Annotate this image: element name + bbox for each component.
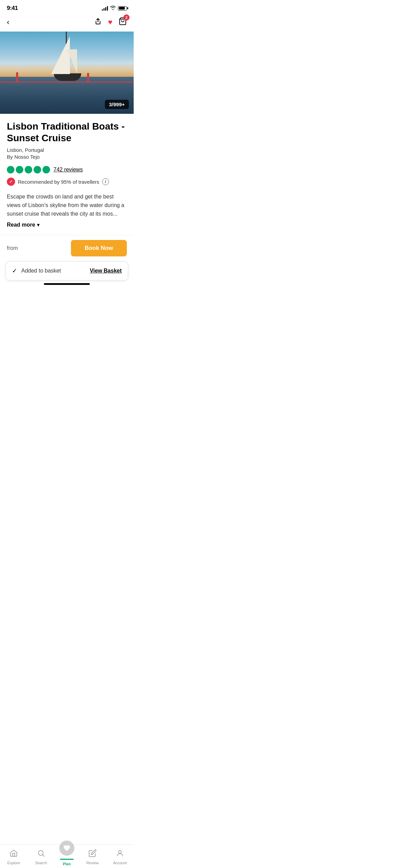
share-button[interactable] <box>94 17 102 27</box>
nav-actions: ♥ 2 <box>94 17 127 27</box>
rating-dot-1 <box>7 166 14 173</box>
rating-dots <box>7 166 50 173</box>
book-button[interactable]: Book Now <box>71 240 127 256</box>
rating-dot-4 <box>34 166 41 173</box>
hero-image: 3/999+ <box>0 32 134 114</box>
cart-button[interactable]: 2 <box>119 17 127 27</box>
info-icon[interactable]: i <box>102 178 109 185</box>
product-provider: By Nosso Tejo <box>7 154 127 160</box>
excellence-badge: ✓ <box>7 178 15 186</box>
read-more-button[interactable]: Read more ▾ <box>7 222 127 228</box>
product-title: Lisbon Traditional Boats - Sunset Cruise <box>7 121 127 144</box>
product-location: Lisbon, Portugal <box>7 147 127 153</box>
cart-badge: 2 <box>123 14 130 21</box>
rating-dot-5 <box>42 166 50 173</box>
basket-toast-message: Added to basket <box>21 268 61 274</box>
status-time: 9:41 <box>7 5 18 12</box>
signal-icon <box>102 6 108 11</box>
reviews-row: 742 reviews <box>7 166 127 173</box>
status-icons <box>102 5 127 11</box>
price-section: from Book Now <box>0 235 134 261</box>
product-description: Escape the crowds on land and get the be… <box>7 193 127 218</box>
status-bar: 9:41 <box>0 0 134 14</box>
wifi-icon <box>110 5 116 11</box>
reviews-link[interactable]: 742 reviews <box>53 167 83 173</box>
basket-toast: ✓ Added to basket View Basket <box>5 261 128 280</box>
recommended-text: Recommended by 95% of travellers <box>18 179 99 185</box>
back-button[interactable]: ‹ <box>7 18 19 27</box>
sailboat-decoration <box>47 32 88 81</box>
rating-dot-3 <box>25 166 32 173</box>
product-content: Lisbon Traditional Boats - Sunset Cruise… <box>0 114 134 228</box>
basket-toast-left: ✓ Added to basket <box>12 267 61 275</box>
home-indicator <box>44 283 90 285</box>
price-from-label: from <box>7 245 18 251</box>
view-basket-link[interactable]: View Basket <box>90 268 122 274</box>
recommended-row: ✓ Recommended by 95% of travellers i <box>7 178 127 186</box>
rating-dot-2 <box>16 166 23 173</box>
image-counter[interactable]: 3/999+ <box>105 100 129 109</box>
battery-icon <box>118 6 127 11</box>
checkmark-icon: ✓ <box>12 267 17 275</box>
chevron-down-icon: ▾ <box>37 222 39 228</box>
favorite-button[interactable]: ♥ <box>108 18 112 27</box>
nav-bar: ‹ ♥ 2 <box>0 14 134 32</box>
